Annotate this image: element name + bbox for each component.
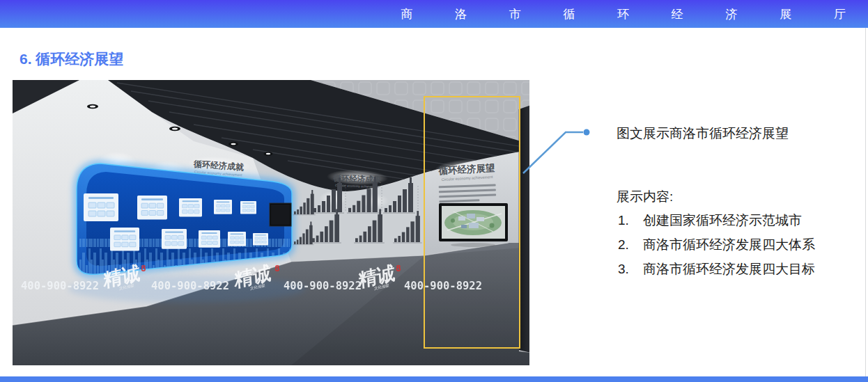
content-list: 1. 创建国家循环经济示范城市 2. 商洛市循环经济发展四大体系 3. 商洛市循… (618, 213, 855, 286)
watermark-phone: 400-900-8922 (151, 280, 229, 292)
page: 商 洛 市 循 环 经 济 展 厅 6. 循环经济展望 (0, 0, 868, 382)
item-number: 3. (618, 262, 643, 277)
item-text: 商洛市循环经济发展四大体系 (643, 237, 815, 253)
watermark-phone: 400-900-8922 (21, 280, 99, 292)
content-item: 3. 商洛市循环经济发展四大目标 (618, 262, 855, 277)
watermark-red-mark: 8 (274, 263, 280, 273)
section-title: 6. 循环经济展望 (20, 49, 123, 69)
callout-dot (584, 129, 590, 136)
led-display-wall (77, 164, 292, 275)
item-text: 创建国家循环经济示范城市 (643, 213, 802, 228)
content-right-border (865, 28, 866, 376)
highlight-rectangle (424, 96, 520, 349)
item-number: 1. (618, 213, 643, 228)
item-number: 2. (618, 237, 643, 253)
content-item: 2. 商洛市循环经济发展四大体系 (618, 237, 855, 253)
callout-line (523, 132, 583, 173)
annotation-description: 图文展示商洛市循环经济展望 (617, 126, 789, 141)
content-heading: 展示内容: (617, 189, 673, 205)
item-text: 商洛市循环经济发展四大目标 (643, 262, 815, 277)
header-title: 商 洛 市 循 环 经 济 展 厅 (401, 6, 865, 22)
header-bar: 商 洛 市 循 环 经 济 展 厅 (0, 0, 868, 28)
content-item: 1. 创建国家循环经济示范城市 (618, 213, 855, 228)
watermark-red-mark: 8 (141, 263, 146, 273)
watermark-red-mark: 8 (396, 263, 401, 273)
callout-connector (512, 97, 603, 181)
wall-screen (270, 203, 291, 226)
footer-bar (0, 376, 868, 382)
watermark-phone: 400-900-8922 (284, 280, 362, 292)
